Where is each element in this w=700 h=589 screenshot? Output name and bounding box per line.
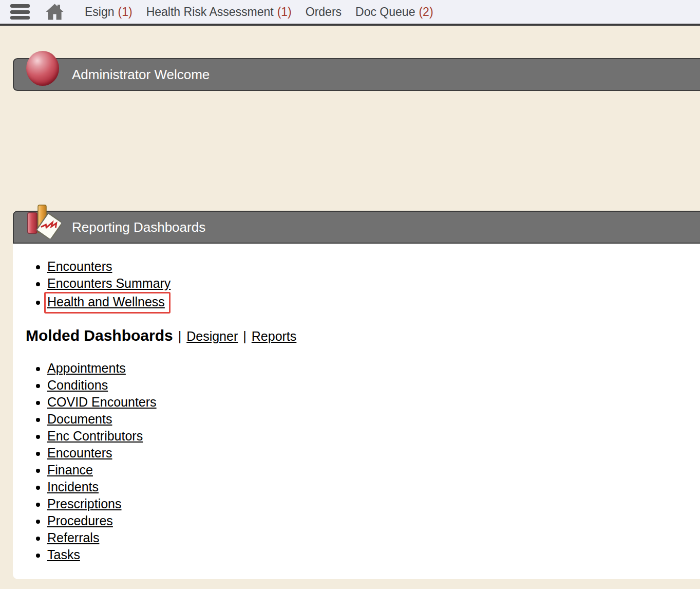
list-item: Encounters xyxy=(47,258,700,275)
list-item: Encounters Summary xyxy=(47,275,700,292)
link-encounters-summary[interactable]: Encounters Summary xyxy=(47,276,171,290)
chart-report-icon xyxy=(25,205,61,241)
red-sphere-icon xyxy=(26,51,59,86)
link-covid-encounters[interactable]: COVID Encounters xyxy=(47,395,157,409)
link-procedures[interactable]: Procedures xyxy=(47,513,113,528)
molded-dashboard-links: Appointments Conditions COVID Encounters… xyxy=(13,360,700,563)
top-navigation-bar: Esign(1) Health Risk Assessment(1) Order… xyxy=(0,0,700,26)
link-health-and-wellness[interactable]: Health and Wellness xyxy=(47,294,165,309)
nav-label: Doc Queue xyxy=(355,5,415,19)
reporting-dashboards-panel: Reporting Dashboards Encounters Encounte… xyxy=(13,211,700,579)
link-prescriptions[interactable]: Prescriptions xyxy=(47,496,122,511)
link-enc-contributors[interactable]: Enc Contributors xyxy=(47,429,143,443)
list-item: Finance xyxy=(47,462,700,478)
list-item: Health and Wellness xyxy=(47,292,700,314)
nav-label: Esign xyxy=(85,5,115,19)
link-finance[interactable]: Finance xyxy=(47,463,93,477)
nav-label: Orders xyxy=(306,5,342,19)
nav-count-badge: (1) xyxy=(277,5,292,19)
list-item: Appointments xyxy=(47,360,700,377)
link-documents[interactable]: Documents xyxy=(47,412,112,426)
link-appointments[interactable]: Appointments xyxy=(47,361,126,375)
molded-dashboards-heading-row: Molded Dashboards | Designer | Reports xyxy=(26,327,700,344)
list-item: Conditions xyxy=(47,377,700,394)
link-reports[interactable]: Reports xyxy=(252,329,297,344)
nav-count-badge: (2) xyxy=(419,5,433,19)
separator: | xyxy=(178,329,182,344)
link-designer[interactable]: Designer xyxy=(186,329,238,344)
link-referrals[interactable]: Referrals xyxy=(47,530,99,545)
list-item: Encounters xyxy=(47,445,700,462)
list-item: Referrals xyxy=(47,529,700,546)
highlight-annotation-box: Health and Wellness xyxy=(44,292,171,314)
nav-item-health-risk-assessment[interactable]: Health Risk Assessment(1) xyxy=(146,5,292,19)
list-item: Prescriptions xyxy=(47,495,700,512)
link-conditions[interactable]: Conditions xyxy=(47,378,108,392)
link-encounters[interactable]: Encounters xyxy=(47,259,112,273)
reporting-dashboard-links: Encounters Encounters Summary Health and… xyxy=(13,258,700,314)
link-encounters-molded[interactable]: Encounters xyxy=(47,446,112,460)
nav-item-orders[interactable]: Orders xyxy=(306,5,342,19)
nav-count-badge: (1) xyxy=(118,5,133,19)
hamburger-menu-icon[interactable] xyxy=(10,4,30,20)
reporting-dashboards-header: Reporting Dashboards xyxy=(13,211,700,244)
list-item: Incidents xyxy=(47,478,700,495)
administrator-welcome-header: Administrator Welcome xyxy=(13,58,700,91)
top-nav-items: Esign(1) Health Risk Assessment(1) Order… xyxy=(85,5,447,19)
list-item: Procedures xyxy=(47,512,700,529)
link-tasks[interactable]: Tasks xyxy=(47,547,80,562)
list-item: COVID Encounters xyxy=(47,394,700,411)
home-icon[interactable] xyxy=(45,3,64,21)
list-item: Documents xyxy=(47,411,700,428)
nav-label: Health Risk Assessment xyxy=(146,5,274,19)
reporting-dashboards-body: Encounters Encounters Summary Health and… xyxy=(13,244,700,579)
molded-dashboards-heading: Molded Dashboards xyxy=(26,327,173,344)
nav-item-doc-queue[interactable]: Doc Queue(2) xyxy=(355,5,433,19)
administrator-welcome-panel: Administrator Welcome xyxy=(13,58,700,91)
list-item: Enc Contributors xyxy=(47,428,700,445)
list-item: Tasks xyxy=(47,546,700,563)
separator: | xyxy=(243,329,247,344)
link-incidents[interactable]: Incidents xyxy=(47,480,99,494)
nav-item-esign[interactable]: Esign(1) xyxy=(85,5,133,19)
